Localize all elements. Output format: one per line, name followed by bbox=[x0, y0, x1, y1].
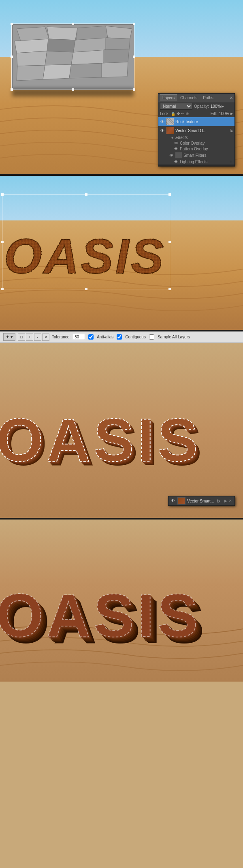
layer-rock-texture-1[interactable]: 👁 Rock texture bbox=[158, 117, 234, 126]
selection-mode-buttons: □ + - × bbox=[18, 334, 49, 341]
eye-icon-rock-1[interactable]: 👁 bbox=[160, 119, 165, 124]
fill-arrow-1[interactable]: ▶ bbox=[230, 112, 233, 115]
layer-name-smart-1: Vector Smart O... bbox=[175, 128, 228, 133]
panel-close-1[interactable]: ✕ bbox=[230, 96, 233, 100]
opacity-arrow-1[interactable]: ▶ bbox=[222, 105, 224, 108]
intersect-selection-btn[interactable]: × bbox=[42, 334, 49, 341]
opacity-value-1: 100% bbox=[211, 104, 221, 109]
contiguous-checkbox[interactable] bbox=[117, 334, 122, 340]
tolerance-input[interactable] bbox=[73, 334, 85, 340]
section3-oasis-selection: ✦ ▾ □ + - × Tolerance: Anti-alias Contig… bbox=[0, 331, 243, 518]
fill-label-1: Fill: bbox=[211, 111, 217, 116]
svg-text:OASIS: OASIS bbox=[0, 406, 201, 474]
anti-alias-checkbox[interactable] bbox=[88, 334, 94, 340]
smart-filters-row-1: 👁 Smart Filters bbox=[158, 152, 234, 159]
eye-pattern-overlay-1[interactable]: 👁 bbox=[174, 146, 179, 151]
mini-layers-panel: 👁 Vector Smart... fx ▶ ✕ bbox=[168, 496, 235, 506]
filter-icon-1[interactable]: ⊕ bbox=[185, 111, 189, 116]
tolerance-label: Tolerance: bbox=[52, 335, 70, 339]
mini-arrow[interactable]: ▶ bbox=[224, 499, 227, 503]
layer-thumb-rock-1 bbox=[166, 118, 174, 125]
tab-paths-1[interactable]: Paths bbox=[200, 95, 216, 101]
effects-arrow-1[interactable]: ▼ bbox=[171, 136, 174, 140]
oasis-final-container: OASIS OASIS OASIS OASIS OASIS OASIS OASI… bbox=[0, 528, 243, 673]
rock-shadow bbox=[12, 88, 134, 96]
blend-mode-select-1[interactable]: Normal bbox=[160, 103, 192, 110]
panel-resize-1 bbox=[158, 165, 234, 166]
eye-smart-filters-1[interactable]: 👁 bbox=[169, 153, 174, 158]
lock-row-1: Lock: 🔒 ✥ ✏ ⊕ Fill: 100% ▶ bbox=[158, 111, 234, 117]
sample-all-label: Sample All Layers bbox=[158, 335, 190, 339]
eye-icon-smart-1[interactable]: 👁 bbox=[160, 128, 165, 133]
color-overlay-label-1: Color Overlay bbox=[180, 141, 205, 145]
pattern-overlay-label-1: Pattern Overlay bbox=[180, 147, 208, 151]
smart-filter-thumb-1 bbox=[175, 152, 182, 158]
magic-wand-tool[interactable]: ✦ ▾ bbox=[3, 333, 15, 341]
new-selection-btn[interactable]: □ bbox=[18, 334, 25, 341]
effects-label-1: Effects bbox=[175, 135, 188, 140]
anti-alias-label: Anti-alias bbox=[97, 335, 113, 339]
tab-channels-1[interactable]: Channels bbox=[178, 95, 200, 101]
fx-badge-1: fx bbox=[230, 128, 233, 133]
panel-tabs-1: Layers Channels Paths ✕ bbox=[158, 94, 234, 102]
mini-layer-name: Vector Smart... bbox=[187, 499, 214, 503]
smart-filters-label-1: Smart Filters bbox=[183, 153, 207, 158]
contiguous-label: Contiguous bbox=[125, 335, 146, 339]
layer-vector-smart-1[interactable]: 👁 Vector Smart O... fx bbox=[158, 126, 234, 135]
add-selection-btn[interactable]: + bbox=[26, 334, 33, 341]
section1-desert-rock: Layers Channels Paths ✕ Normal Opacity: … bbox=[0, 0, 243, 174]
move-icon-1[interactable]: ✥ bbox=[177, 111, 180, 116]
mini-eye-icon[interactable]: 👁 bbox=[171, 498, 176, 503]
effects-row-1: ▼ Effects bbox=[158, 135, 234, 140]
svg-text:OASIS: OASIS bbox=[0, 582, 201, 650]
section2-oasis-rock: OASIS Layers Channels Paths ✕ Overlay Op… bbox=[0, 176, 243, 330]
layer-name-rock-1: Rock texture bbox=[175, 120, 233, 124]
layer-thumb-smart-1 bbox=[166, 127, 174, 134]
lighting-label-1: Lighting Effects bbox=[180, 160, 207, 164]
oasis-rocky-text: OASIS bbox=[0, 196, 170, 293]
opacity-label-1: Opacity: bbox=[194, 104, 209, 109]
fill-value-1: 100% bbox=[219, 111, 229, 116]
sample-all-checkbox[interactable] bbox=[149, 334, 154, 340]
mini-fx-icon: fx bbox=[217, 499, 220, 503]
eye-color-overlay-1[interactable]: 👁 bbox=[174, 141, 179, 145]
eye-lighting-1[interactable]: 👁 bbox=[174, 159, 179, 164]
pattern-overlay-row-1[interactable]: 👁 Pattern Overlay bbox=[158, 146, 234, 152]
tab-layers-1[interactable]: Layers bbox=[160, 94, 177, 101]
brush-icon-1[interactable]: ✏ bbox=[181, 111, 184, 116]
subtract-selection-btn[interactable]: - bbox=[34, 334, 41, 341]
oasis-text-container-3: OASIS OASIS OASIS OASIS OASIS OASIS OASI… bbox=[0, 352, 243, 498]
mini-close-btn[interactable]: ✕ bbox=[229, 499, 232, 503]
color-overlay-row-1[interactable]: 👁 Color Overlay bbox=[158, 140, 234, 146]
toolbar-row: ✦ ▾ □ + - × Tolerance: Anti-alias Contig… bbox=[0, 331, 243, 343]
svg-text:OASIS: OASIS bbox=[4, 229, 165, 283]
section4-oasis-final: OASIS OASIS OASIS OASIS OASIS OASIS OASI… bbox=[0, 520, 243, 682]
lighting-effects-row-1[interactable]: 👁 Lighting Effects ⋮ bbox=[158, 159, 234, 165]
mini-layer-thumb bbox=[177, 497, 185, 505]
lighting-icon-1: ⋮ bbox=[229, 160, 233, 164]
layers-panel-1: Layers Channels Paths ✕ Normal Opacity: … bbox=[158, 93, 235, 167]
rock-texture-image bbox=[12, 24, 134, 89]
lock-label-1: Lock: bbox=[160, 111, 170, 116]
blend-row-1: Normal Opacity: 100% ▶ bbox=[158, 102, 234, 111]
lock-icon-1[interactable]: 🔒 bbox=[171, 112, 175, 116]
